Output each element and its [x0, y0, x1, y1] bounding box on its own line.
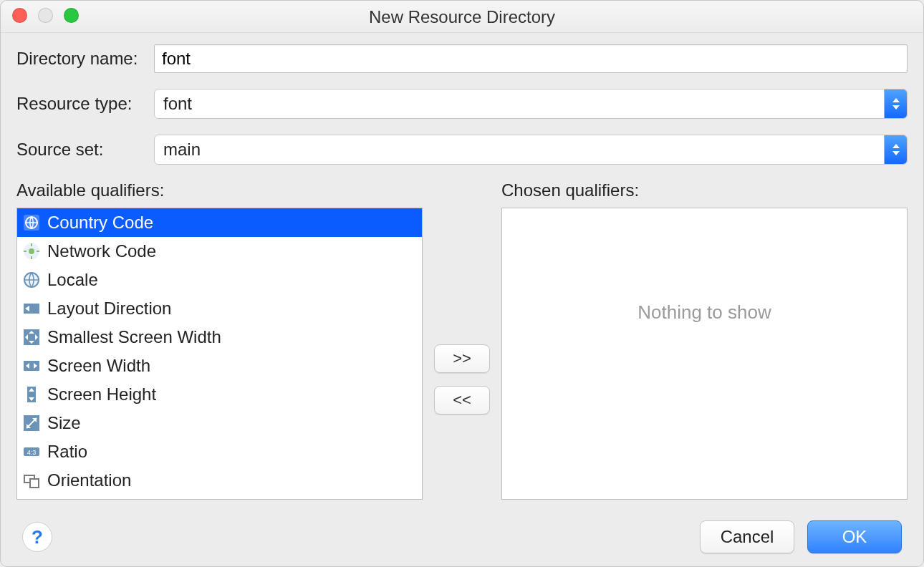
qualifier-label: Ratio: [47, 442, 87, 462]
qualifier-item[interactable]: Layout Direction: [17, 294, 422, 323]
svg-point-7: [29, 248, 34, 254]
qualifier-item[interactable]: Smallest Screen Width: [17, 323, 422, 352]
label-directory-name: Directory name:: [16, 49, 154, 69]
qualifier-item[interactable]: 4:3Ratio: [17, 437, 422, 466]
country-icon: [21, 213, 42, 233]
qualifier-label: Layout Direction: [47, 299, 171, 319]
help-button[interactable]: ?: [22, 522, 52, 552]
height-icon: [21, 384, 42, 404]
qualifier-item[interactable]: Locale: [17, 266, 422, 294]
size-icon: [21, 413, 42, 433]
minimize-window-icon: [38, 8, 53, 23]
qualifier-label: Size: [47, 413, 81, 433]
cancel-button[interactable]: Cancel: [700, 520, 794, 553]
qualifier-item[interactable]: Network Code: [17, 237, 422, 266]
qualifier-label: Smallest Screen Width: [47, 327, 221, 347]
network-icon: [21, 241, 42, 261]
chevron-updown-icon[interactable]: [884, 135, 907, 164]
globe-icon: [21, 270, 42, 290]
svg-rect-29: [30, 479, 39, 488]
available-column: Available qualifiers: Country CodeNetwor…: [16, 180, 423, 500]
maximize-window-icon[interactable]: [64, 8, 79, 23]
close-window-icon[interactable]: [12, 8, 27, 23]
qualifier-item[interactable]: Screen Width: [17, 352, 422, 380]
titlebar: New Resource Directory: [1, 1, 923, 33]
qualifiers-area: Available qualifiers: Country CodeNetwor…: [16, 180, 908, 500]
ok-button[interactable]: OK: [807, 520, 902, 553]
directory-name-input[interactable]: [154, 44, 908, 73]
qualifier-label: Orientation: [47, 470, 131, 490]
ratio-icon: 4:3: [21, 442, 42, 462]
chosen-header: Chosen qualifiers:: [501, 180, 908, 200]
source-set-value: main: [155, 135, 884, 164]
label-source-set: Source set:: [16, 140, 154, 160]
qualifier-item[interactable]: Size: [17, 409, 422, 437]
qualifier-label: Country Code: [47, 213, 153, 233]
available-header: Available qualifiers:: [16, 180, 423, 200]
qualifier-item[interactable]: Country Code: [17, 208, 422, 237]
resource-type-value: font: [155, 89, 884, 118]
chosen-column: Chosen qualifiers: Nothing to show: [501, 180, 908, 500]
row-directory-name: Directory name:: [16, 44, 908, 73]
transfer-buttons: >> <<: [434, 344, 490, 415]
svg-marker-3: [892, 151, 900, 155]
label-resource-type: Resource type:: [16, 94, 154, 114]
dialog-content: Directory name: Resource type: font Sour…: [1, 33, 923, 508]
source-set-select[interactable]: main: [154, 135, 908, 165]
qualifier-label: Screen Height: [47, 384, 156, 404]
add-qualifier-button[interactable]: >>: [434, 344, 490, 373]
qualifier-item[interactable]: Orientation: [17, 466, 422, 495]
qualifier-label: Locale: [47, 270, 98, 290]
remove-qualifier-button[interactable]: <<: [434, 386, 490, 415]
sw-icon: [21, 327, 42, 347]
layout-dir-icon: [21, 299, 42, 319]
width-icon: [21, 356, 42, 376]
qualifier-label: Network Code: [47, 241, 156, 261]
chosen-qualifiers-list[interactable]: Nothing to show: [501, 208, 908, 500]
orientation-icon: [21, 470, 42, 490]
dialog-footer: ? Cancel OK: [1, 520, 923, 553]
resource-type-select[interactable]: font: [154, 89, 908, 119]
window-title: New Resource Directory: [1, 1, 923, 33]
svg-text:4:3: 4:3: [27, 449, 37, 456]
available-qualifiers-list[interactable]: Country CodeNetwork CodeLocaleLayout Dir…: [16, 208, 423, 500]
svg-marker-2: [892, 144, 900, 148]
qualifier-item[interactable]: Screen Height: [17, 380, 422, 409]
chosen-empty-text: Nothing to show: [502, 301, 907, 324]
svg-marker-1: [892, 105, 900, 110]
row-source-set: Source set: main: [16, 135, 908, 165]
dialog-window: New Resource Directory Directory name: R…: [0, 0, 924, 567]
qualifier-label: Screen Width: [47, 356, 150, 376]
window-controls: [12, 8, 79, 23]
chevron-updown-icon[interactable]: [884, 89, 907, 118]
row-resource-type: Resource type: font: [16, 89, 908, 119]
svg-marker-0: [892, 98, 900, 102]
